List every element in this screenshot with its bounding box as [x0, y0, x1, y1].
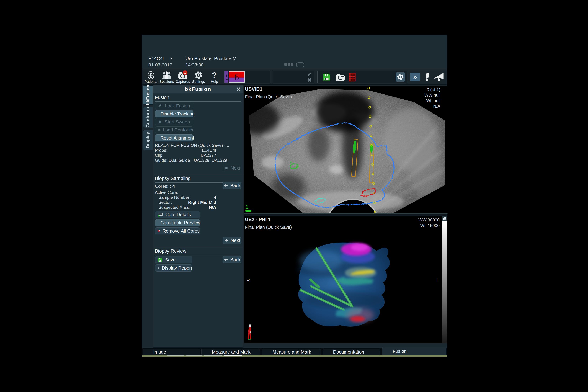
announcement-icon[interactable]	[434, 72, 445, 82]
load-contours-button[interactable]: Load Contours	[155, 126, 193, 134]
study-time: 14:28:30	[186, 62, 204, 68]
red-x-icon	[158, 228, 160, 233]
study-description: Uro Prostate: Prostate M	[186, 56, 236, 61]
clear-x-icon[interactable]	[307, 78, 312, 82]
biopsy-back-button[interactable]: Back	[222, 182, 242, 189]
core-table-preview-button[interactable]: Core Table Preview	[155, 219, 200, 226]
question-mark-icon: ?	[207, 71, 222, 80]
orientation-right-label: R	[246, 278, 250, 283]
report-pages-icon	[158, 266, 159, 270]
orientation-marker: 1	[245, 204, 252, 212]
pencil-icon[interactable]	[307, 72, 312, 76]
help-button[interactable]: ? Help	[207, 71, 222, 84]
active-core-label: Active Core:	[155, 190, 216, 195]
tab-documentation[interactable]: Documentation	[322, 348, 380, 355]
snapshot-camera-icon[interactable]	[336, 74, 345, 81]
tab-measure-and-mark-1[interactable]: Measure and Mark	[201, 348, 260, 355]
annotation-box	[273, 71, 314, 83]
arrow-right-icon	[224, 166, 229, 170]
arrow-left-icon	[224, 258, 228, 262]
grayscale-bar[interactable]	[442, 222, 447, 343]
panel-title: bkFusion ×	[154, 85, 242, 93]
study-date: 01-03-2017	[148, 62, 172, 68]
gear-icon	[191, 71, 206, 80]
core-details-button[interactable]: Core Details	[155, 211, 200, 218]
start-sweep-button[interactable]: Start Sweep	[155, 118, 193, 126]
disable-tracking-button[interactable]: Disable Tracking	[155, 110, 193, 118]
ultrasound-view-usvid1[interactable]: USVID1 Final Plan (Quick Save) 0 (of 1) …	[244, 86, 448, 214]
fusion-status-line: READY FOR FUSION (Quick Save) -...	[155, 143, 216, 148]
sessions-button[interactable]: Sessions	[159, 71, 174, 84]
image-params: 0 (of 1) WW null WL null N/A	[424, 87, 440, 109]
window-bottom-strip	[142, 355, 447, 357]
capture-thumbnail-strip: 5 6	[224, 71, 270, 83]
review-back-button[interactable]: Back	[222, 256, 242, 263]
side-tab-display[interactable]: Display	[143, 130, 153, 150]
biopsy-next-button[interactable]: Next	[222, 237, 242, 244]
patient-id: E14C4t	[148, 56, 164, 61]
status-oval-icon	[296, 62, 304, 67]
fusion-section-header: Fusion	[155, 95, 241, 102]
status-dots-icon	[291, 63, 293, 66]
side-tab-bkfusion[interactable]: bkFusion	[143, 85, 153, 104]
grayscale-settings-button[interactable]	[442, 216, 447, 221]
lock-fusion-icon	[158, 104, 162, 108]
save-clip-icon[interactable]	[322, 73, 331, 81]
tab-image[interactable]: Image	[143, 348, 200, 355]
settings-button[interactable]: Settings	[191, 71, 206, 84]
tab-fusion[interactable]: Fusion	[382, 347, 446, 356]
view-name: USVID1	[245, 86, 262, 92]
image-params: WW 30000 WL 15000	[418, 217, 440, 228]
sessions-icon	[159, 71, 174, 80]
view-divider[interactable]	[244, 214, 448, 216]
captures-button[interactable]: 1 Captures	[175, 71, 190, 84]
app-window: E14C4t S Uro Prostate: Prostate M 01-03-…	[142, 34, 447, 357]
suspected-area-row: Suspected Area: N/A	[158, 205, 216, 210]
tab-measure-and-mark-2[interactable]: Measure and Mark	[262, 348, 321, 355]
display-report-button[interactable]: Display Report	[155, 264, 192, 272]
captures-camera-icon: 1	[175, 71, 190, 80]
close-icon[interactable]: ×	[237, 86, 241, 93]
arrow-left-icon	[224, 184, 228, 187]
probe-row: Probe: E14C4t	[155, 148, 216, 153]
sector-row: Sector: Right Mid Mid	[158, 200, 216, 205]
status-dots-icon	[288, 63, 290, 66]
save-button[interactable]: Save	[155, 256, 192, 263]
gear-icon	[442, 217, 446, 220]
grid-capture-icon[interactable]	[349, 73, 356, 82]
orientation-left-label: L	[436, 278, 439, 283]
chevrons-right-icon: »	[413, 74, 417, 80]
sample-number-row: Sample Number: 4	[158, 195, 216, 200]
play-icon	[158, 120, 162, 124]
bkfusion-panel: bkFusion × Fusion Lock Fusion Disable Tr…	[153, 85, 243, 348]
thumbnail-6[interactable]: 6	[228, 71, 245, 83]
contour-icon	[158, 128, 160, 132]
side-tab-contours[interactable]: Contours	[143, 107, 153, 128]
arrow-right-icon	[224, 238, 229, 242]
view-name: US2 - PRI 1	[245, 217, 271, 222]
remove-all-cores-button[interactable]: Remove All Cores	[155, 227, 200, 234]
patient-flag: S	[170, 56, 172, 61]
probe-icon[interactable]	[424, 73, 431, 81]
guide-row: Guide: Dual Guide - UA1328, UA1329	[155, 158, 216, 163]
bottom-tab-bar: Image Measure and Mark Measure and Mark …	[142, 348, 447, 356]
thumbnail-5[interactable]: 5	[224, 71, 228, 83]
segment-red	[350, 316, 365, 322]
floppy-save-icon	[158, 258, 162, 262]
clip-row: Clip: UA2377	[155, 153, 216, 158]
patients-icon	[144, 71, 158, 80]
main-toolbar: Patients Sessions 1 Captures Settings ? …	[142, 70, 447, 85]
patients-button[interactable]: Patients	[144, 71, 158, 84]
reset-alignment-button[interactable]: Reset Alignment	[155, 134, 193, 142]
gear-icon	[397, 74, 404, 80]
patient-bar: E14C4t S Uro Prostate: Prostate M 01-03-…	[142, 35, 447, 69]
core-details-icon	[158, 212, 163, 217]
fusion-next-button[interactable]: Next	[222, 165, 242, 172]
expand-toolbar-button[interactable]: »	[410, 73, 420, 81]
lock-fusion-button[interactable]: Lock Fusion	[155, 102, 193, 110]
view-settings-button[interactable]	[396, 72, 405, 82]
plan-label: Final Plan (Quick Save)	[245, 94, 292, 100]
captures-count-badge: 1	[182, 70, 188, 75]
biopsy-review-header: Biopsy Review	[155, 248, 241, 255]
3d-model-view-us2[interactable]: US2 - PRI 1 Final Plan (Quick Save) WW 3…	[244, 216, 448, 343]
